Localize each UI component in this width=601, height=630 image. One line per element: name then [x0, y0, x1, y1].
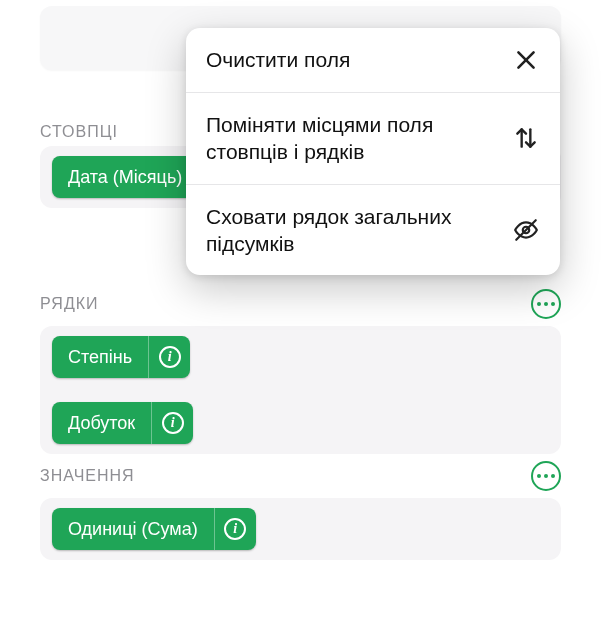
section-rows: РЯДКИ Степінь i Добуток i [40, 290, 561, 454]
row-field-info-button[interactable]: i [151, 402, 193, 444]
row-field-info-button[interactable]: i [148, 336, 190, 378]
section-values: ЗНАЧЕННЯ Одиниці (Сума) i [40, 462, 561, 560]
column-field-label: Дата (Місяць) [52, 156, 198, 198]
row-field-label: Степінь [52, 336, 148, 378]
close-icon [512, 46, 540, 74]
section-values-header: ЗНАЧЕННЯ [40, 462, 561, 490]
pivot-options-popover: Очистити поля Поміняти місцями поля стов… [186, 28, 560, 275]
eye-off-icon [512, 216, 540, 244]
section-columns-title: СТОВПЦІ [40, 123, 118, 141]
menu-item-clear-label: Очистити поля [206, 46, 500, 73]
swap-arrows-icon [512, 124, 540, 152]
row-field-pill[interactable]: Добуток i [52, 402, 193, 444]
section-values-title: ЗНАЧЕННЯ [40, 467, 135, 485]
values-more-button[interactable] [531, 461, 561, 491]
info-icon: i [159, 346, 181, 368]
menu-item-hide-label: Сховати рядок загальних підсумків [206, 203, 500, 258]
section-rows-header: РЯДКИ [40, 290, 561, 318]
section-rows-body[interactable]: Степінь i Добуток i [40, 326, 561, 454]
rows-more-button[interactable] [531, 289, 561, 319]
menu-item-swap-label: Поміняти місцями поля стовпців і рядків [206, 111, 500, 166]
pivot-options-panel: СТОВПЦІ Дата (Місяць) РЯДКИ Степінь i [0, 0, 601, 630]
info-icon: i [224, 518, 246, 540]
menu-item-clear-fields[interactable]: Очистити поля [186, 28, 560, 92]
value-field-info-button[interactable]: i [214, 508, 256, 550]
value-field-pill[interactable]: Одиниці (Сума) i [52, 508, 256, 550]
info-icon: i [162, 412, 184, 434]
value-field-label: Одиниці (Сума) [52, 508, 214, 550]
menu-item-hide-totals[interactable]: Сховати рядок загальних підсумків [186, 184, 560, 276]
column-field-pill[interactable]: Дата (Місяць) [52, 156, 198, 198]
section-values-body[interactable]: Одиниці (Сума) i [40, 498, 561, 560]
row-field-label: Добуток [52, 402, 151, 444]
section-rows-title: РЯДКИ [40, 295, 99, 313]
menu-item-swap-fields[interactable]: Поміняти місцями поля стовпців і рядків [186, 92, 560, 184]
row-field-pill[interactable]: Степінь i [52, 336, 190, 378]
